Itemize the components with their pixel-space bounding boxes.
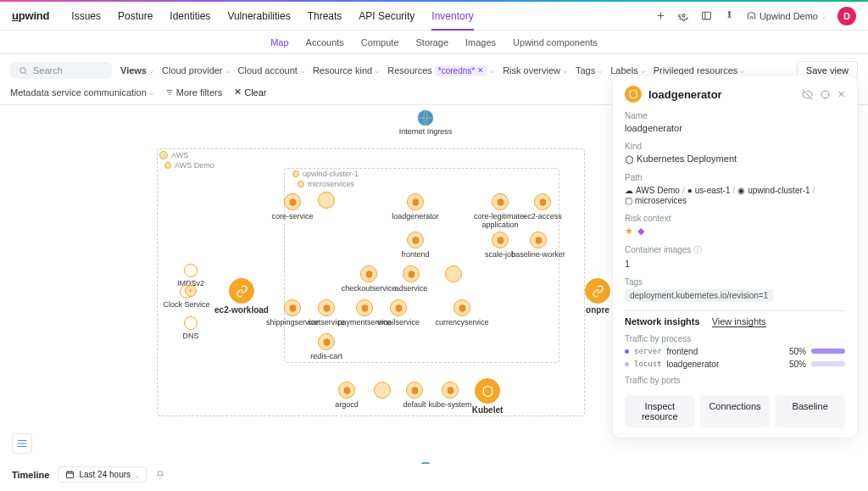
filter-risk-overview[interactable]: Risk overview⌵ — [503, 65, 567, 75]
hex-icon[interactable] — [284, 193, 301, 210]
clear-filters-button[interactable]: ✕Clear — [234, 86, 266, 98]
hex-icon[interactable] — [407, 232, 424, 248]
main-nav: Issues Posture Identities Vulnerabilitie… — [71, 10, 473, 22]
nav-inventory[interactable]: Inventory — [431, 10, 473, 22]
value-name: loadgenerator — [625, 123, 845, 133]
node-adservice[interactable]: adservice — [395, 284, 428, 293]
value-path: ☁ AWS Demo/ ● us-east-1/ ◉ upwind-cluste… — [625, 185, 845, 205]
node-kubelet[interactable]: Kubelet — [472, 405, 504, 415]
detail-panel: loadgenerator ✕ Nameloadgenerator Kind K… — [612, 75, 858, 438]
hex-icon[interactable] — [318, 333, 335, 350]
nav-vulnerabilities[interactable]: Vulnerabilities — [227, 10, 290, 22]
node-dns[interactable]: DNS — [182, 332, 198, 340]
nav-issues[interactable]: Issues — [71, 10, 101, 22]
svg-point-2 — [728, 12, 730, 14]
gear-icon[interactable] — [678, 10, 689, 21]
node-clock-service[interactable]: Clock Service — [163, 300, 209, 309]
hex-icon[interactable] — [492, 193, 509, 210]
walker-icon[interactable] — [724, 10, 735, 21]
panel-icon[interactable] — [701, 10, 712, 21]
filter-cloud-provider[interactable]: Cloud provider⌵ — [162, 65, 230, 75]
nav-posture[interactable]: Posture — [118, 10, 153, 22]
node-emailservice[interactable]: emailservice — [377, 318, 420, 326]
filter-tags[interactable]: Tags⌵ — [576, 65, 602, 75]
node-currencyservice[interactable]: currencyservice — [435, 318, 488, 326]
eye-off-icon[interactable] — [802, 89, 813, 100]
bar-icon — [811, 349, 845, 354]
value-kind: Kubernetes Deployment — [625, 153, 845, 165]
chip-remove-icon[interactable]: ✕ — [477, 66, 484, 75]
hex-icon[interactable] — [530, 232, 547, 248]
filter-resources[interactable]: Resources *coredns*✕ ⌵ — [387, 65, 494, 76]
resource-chip[interactable]: *coredns*✕ — [435, 65, 487, 76]
node-loadgenerator[interactable]: loadgenerator — [392, 212, 439, 220]
label-path: Path — [625, 173, 845, 182]
hex-icon[interactable] — [403, 265, 420, 282]
baseline-button[interactable]: Baseline — [775, 395, 845, 427]
node-ec2-access[interactable]: ec2-access — [523, 212, 562, 220]
view-insights-link[interactable]: View insights — [712, 316, 766, 327]
svg-rect-7 — [67, 471, 74, 477]
value-images: 1 — [625, 259, 845, 269]
hex-icon[interactable] — [407, 193, 424, 210]
node-frontend[interactable]: frontend — [401, 250, 429, 259]
tab-map[interactable]: Map — [270, 37, 288, 47]
tab-upwind-components[interactable]: Upwind components — [513, 37, 598, 47]
traffic-row: locust loadgenerator 50% — [625, 360, 845, 369]
node-onpre[interactable]: onpre — [586, 305, 609, 315]
circle-icon[interactable] — [184, 264, 198, 277]
filter-metadata[interactable]: Metadata service communication⌵ — [10, 87, 153, 98]
group-cluster[interactable]: upwind-cluster-1 — [303, 170, 359, 178]
timeline-range-picker[interactable]: Last 24 hours ⌵ — [58, 466, 147, 483]
plus-icon[interactable] — [655, 10, 666, 21]
ns-icon — [298, 181, 304, 187]
connections-button[interactable]: Connections — [700, 395, 771, 427]
workspace-switcher[interactable]: Upwind Demo ⌵ — [747, 11, 826, 21]
nav-api-security[interactable]: API Security — [359, 10, 415, 22]
search-input[interactable]: Search — [10, 62, 112, 79]
pin-icon[interactable] — [155, 470, 165, 480]
hex-icon[interactable] — [492, 232, 509, 248]
tab-storage[interactable]: Storage — [416, 37, 449, 47]
hex-icon[interactable] — [390, 299, 407, 316]
nav-identities[interactable]: Identities — [170, 10, 210, 22]
filter-cloud-account[interactable]: Cloud account⌵ — [238, 65, 304, 75]
avatar[interactable]: D — [837, 7, 856, 25]
hex-icon[interactable] — [445, 265, 462, 282]
target-icon[interactable] — [820, 89, 831, 100]
node-redis-cart[interactable]: redis-cart — [310, 352, 342, 360]
hex-icon[interactable] — [475, 378, 500, 404]
tab-accounts[interactable]: Accounts — [306, 37, 344, 47]
circle-icon[interactable] — [184, 316, 198, 330]
filter-views[interactable]: Views⌵ — [120, 65, 153, 75]
hex-icon[interactable] — [442, 382, 459, 399]
filter-resource-kind[interactable]: Resource kind⌵ — [313, 65, 379, 75]
svg-point-0 — [682, 14, 685, 17]
plus-node-icon[interactable]: + — [185, 285, 197, 297]
label-images: Container images ⓘ — [625, 244, 845, 256]
node-baseline-worker[interactable]: baseline-worker — [511, 250, 565, 259]
nav-threats[interactable]: Threats — [308, 10, 342, 22]
hex-icon[interactable] — [453, 299, 470, 316]
panel-title: loadgenerator — [648, 88, 795, 101]
tab-images[interactable]: Images — [465, 37, 496, 47]
close-icon[interactable]: ✕ — [837, 89, 845, 100]
node-internet-ingress[interactable]: Internet Ingress — [399, 127, 453, 136]
more-filters-button[interactable]: More filters — [165, 87, 222, 98]
hex-icon[interactable] — [318, 299, 335, 316]
node-argocd[interactable]: argocd — [335, 400, 359, 409]
resource-icon — [625, 86, 642, 103]
bar-icon — [811, 361, 845, 366]
node-core-service[interactable]: core-service — [271, 212, 313, 220]
hex-icon[interactable] — [534, 193, 551, 210]
link-icon[interactable] — [585, 278, 610, 304]
node-ec2-workload[interactable]: ec2-workload — [214, 305, 269, 315]
layers-button[interactable] — [12, 433, 32, 454]
link-icon[interactable] — [229, 278, 254, 304]
hex-icon[interactable] — [360, 265, 377, 282]
inspect-resource-button[interactable]: Inspect resource — [625, 395, 695, 427]
value-risk: ★ ◆ — [625, 226, 845, 236]
group-microservices[interactable]: microservices — [308, 180, 354, 188]
tab-compute[interactable]: Compute — [361, 37, 399, 47]
tag-chip[interactable]: deployment.kubernetes.io/revision=1 — [625, 289, 773, 302]
